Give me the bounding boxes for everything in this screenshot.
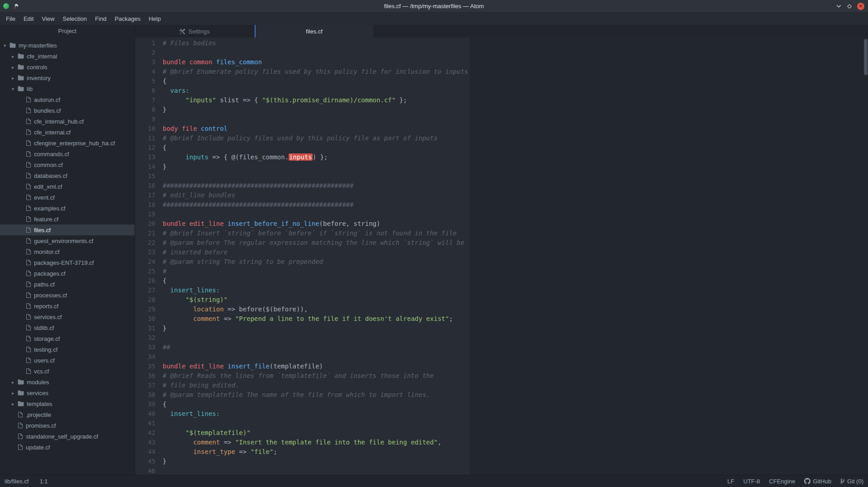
tree-folder-services[interactable]: ▸services	[0, 387, 135, 398]
line-number[interactable]: 20	[135, 219, 155, 229]
chevron-right-icon[interactable]: ▸	[12, 76, 18, 81]
code-line[interactable]: 17# edit_line bundles	[135, 191, 868, 200]
line-number[interactable]: 16	[135, 181, 155, 191]
chevron-right-icon[interactable]: ▸	[12, 65, 18, 70]
code-line[interactable]: 37# file being edited.	[135, 381, 868, 390]
code-line[interactable]: 43 comment => "Insert the template file …	[135, 438, 868, 447]
line-number[interactable]: 36	[135, 371, 155, 381]
line-number[interactable]: 23	[135, 248, 155, 257]
tree-file-reports-cf[interactable]: reports.cf	[0, 301, 135, 311]
line-number[interactable]: 11	[135, 134, 155, 143]
line-number[interactable]: 18	[135, 200, 155, 210]
line-number[interactable]: 4	[135, 67, 155, 76]
editor-scrollbar[interactable]	[863, 38, 868, 475]
code-line[interactable]: 4# @brief Enumerate policy files used by…	[135, 67, 868, 76]
tree-file-paths-cf[interactable]: paths.cf	[0, 279, 135, 290]
line-number[interactable]: 38	[135, 390, 155, 400]
menu-packages[interactable]: Packages	[111, 13, 145, 25]
code-line[interactable]: 46	[135, 466, 868, 475]
pin-icon[interactable]	[13, 3, 19, 9]
tree-folder-controls[interactable]: ▸controls	[0, 62, 135, 72]
code-line[interactable]: 12{	[135, 143, 868, 153]
tree-folder-inventory[interactable]: ▸inventory	[0, 72, 135, 83]
code-line[interactable]: 8}	[135, 105, 868, 115]
line-number[interactable]: 41	[135, 419, 155, 428]
tree-folder-cfe-internal[interactable]: ▸cfe_internal	[0, 51, 135, 62]
tree-file-event-cf[interactable]: event.cf	[0, 192, 135, 203]
tree-file-guest-environments-cf[interactable]: guest_environments.cf	[0, 235, 135, 246]
code-line[interactable]: 35bundle edit_line insert_file(templatef…	[135, 362, 868, 371]
code-line[interactable]: 13 inputs => { @(files_common.inputs) };	[135, 153, 868, 162]
menu-view[interactable]: View	[38, 13, 58, 25]
line-number[interactable]: 35	[135, 362, 155, 371]
code-line[interactable]: 26{	[135, 276, 868, 286]
tree-file-services-cf[interactable]: services.cf	[0, 311, 135, 322]
line-number[interactable]: 24	[135, 257, 155, 267]
minimize-button[interactable]	[836, 3, 842, 9]
line-number[interactable]: 28	[135, 295, 155, 305]
tree-file-cfengine-enterprise-hub-ha-cf[interactable]: cfengine_enterprise_hub_ha.cf	[0, 138, 135, 148]
status-cfengine[interactable]: CFEngine	[769, 478, 796, 485]
tab-files-cf[interactable]: files.cf	[255, 25, 374, 38]
menu-find[interactable]: Find	[91, 13, 111, 25]
tree-folder-my-masterfiles[interactable]: ▾my-masterfiles	[0, 40, 135, 51]
tree-file-monitor-cf[interactable]: monitor.cf	[0, 246, 135, 257]
line-number[interactable]: 14	[135, 162, 155, 172]
line-number[interactable]: 8	[135, 105, 155, 115]
tree-file-examples-cf[interactable]: examples.cf	[0, 203, 135, 214]
tree-file-autorun-cf[interactable]: autorun.cf	[0, 94, 135, 105]
code-line[interactable]: 30 comment => "Prepend a line to the fil…	[135, 314, 868, 324]
code-line[interactable]: 42 "$(templatefile)"	[135, 428, 868, 438]
code-line[interactable]: 29 location => before($(before)),	[135, 305, 868, 314]
code-line[interactable]: 20bundle edit_line insert_before_if_no_l…	[135, 219, 868, 229]
chevron-right-icon[interactable]: ▸	[12, 380, 18, 385]
menu-selection[interactable]: Selection	[58, 13, 91, 25]
line-number[interactable]: 21	[135, 229, 155, 238]
menu-file[interactable]: File	[2, 13, 19, 25]
line-number[interactable]: 3	[135, 57, 155, 67]
line-number[interactable]: 15	[135, 172, 155, 181]
code-line[interactable]: 18######################################…	[135, 200, 868, 210]
status-utf-8[interactable]: UTF-8	[743, 478, 760, 485]
line-number[interactable]: 12	[135, 143, 155, 153]
status-lf[interactable]: LF	[728, 478, 734, 485]
code-line[interactable]: 2	[135, 48, 868, 57]
code-line[interactable]: 28 "$(string)"	[135, 295, 868, 305]
tree-file-commands-cf[interactable]: commands.cf	[0, 148, 135, 159]
tree-file-packages-cf[interactable]: packages.cf	[0, 268, 135, 279]
code-line[interactable]: 19	[135, 210, 868, 219]
code-line[interactable]: 25#	[135, 267, 868, 276]
maximize-button[interactable]	[847, 4, 852, 9]
tree-file-storage-cf[interactable]: storage.cf	[0, 333, 135, 344]
line-number[interactable]: 19	[135, 210, 155, 219]
line-number[interactable]: 39	[135, 400, 155, 409]
code-line[interactable]: 33##	[135, 343, 868, 352]
line-number[interactable]: 46	[135, 466, 155, 475]
line-number[interactable]: 22	[135, 238, 155, 248]
tree-file-files-cf[interactable]: files.cf	[0, 224, 135, 235]
line-number[interactable]: 17	[135, 191, 155, 200]
code-line[interactable]: 24# @param string The string to be prepe…	[135, 257, 868, 267]
menu-edit[interactable]: Edit	[19, 13, 38, 25]
code-line[interactable]: 45}	[135, 457, 868, 466]
code-line[interactable]: 31}	[135, 324, 868, 333]
tree-file-standalone-self-upgrade-cf[interactable]: standalone_self_upgrade.cf	[0, 431, 135, 442]
line-number[interactable]: 31	[135, 324, 155, 333]
tree-file-processes-cf[interactable]: processes.cf	[0, 290, 135, 301]
tree-folder-lib[interactable]: ▾lib	[0, 83, 135, 94]
line-number[interactable]: 34	[135, 352, 155, 362]
chevron-right-icon[interactable]: ▸	[12, 401, 18, 406]
tree-file-testing-cf[interactable]: testing.cf	[0, 344, 135, 355]
tree-file-projectile[interactable]: .projectile	[0, 409, 135, 420]
code-line[interactable]: 16######################################…	[135, 181, 868, 191]
status-file-path[interactable]: lib/files.cf	[5, 478, 29, 485]
code-line[interactable]: 10body file control	[135, 124, 868, 134]
line-number[interactable]: 30	[135, 314, 155, 324]
tree-file-packages-ent-3719-cf[interactable]: packages-ENT-3719.cf	[0, 257, 135, 268]
status-cursor-position[interactable]: 1:1	[39, 478, 48, 485]
chevron-right-icon[interactable]: ▸	[12, 54, 18, 59]
code-line[interactable]: 22# @param before The regular expression…	[135, 238, 868, 248]
code-line[interactable]: 36# @brief Reads the lines from `templat…	[135, 371, 868, 381]
tree-file-edit-xml-cf[interactable]: edit_xml.cf	[0, 181, 135, 192]
tree-folder-modules[interactable]: ▸modules	[0, 377, 135, 387]
